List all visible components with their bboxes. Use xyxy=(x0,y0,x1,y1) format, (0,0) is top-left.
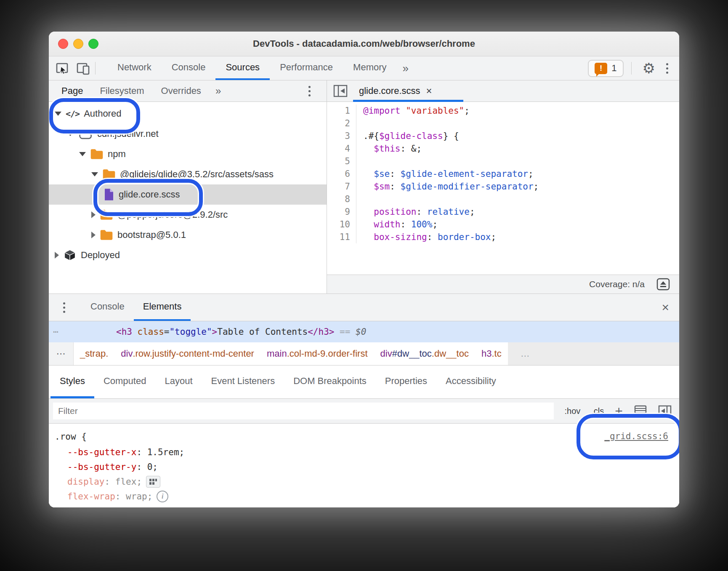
css-property-name[interactable]: --bs-gutter-y xyxy=(67,462,136,472)
editor-tab[interactable]: glide.core.scss × xyxy=(359,85,432,97)
tree-item-bootstrap-5-0-1[interactable]: bootstrap@5.0.1 xyxy=(49,225,327,245)
main-menu-kebab-icon[interactable] xyxy=(662,63,672,74)
styles-tab-dom-breakpoints[interactable]: DOM Breakpoints xyxy=(284,366,376,398)
breadcrumb-item[interactable]: _strap. xyxy=(74,342,114,365)
styles-tab-styles[interactable]: Styles xyxy=(50,366,94,398)
tree-item-glide-core-scss[interactable]: glide.core.scss xyxy=(49,184,327,205)
breadcrumb-item[interactable]: main.col-md-9.order-first xyxy=(260,342,374,365)
element-ellipsis[interactable]: ⋯ xyxy=(49,327,116,337)
panel-tab-memory[interactable]: Memory xyxy=(343,56,396,80)
sidebar-tab-filesystem[interactable]: Filesystem xyxy=(91,85,152,96)
sidebar-toggle-icon[interactable] xyxy=(658,405,672,417)
computed-styles-icon[interactable] xyxy=(634,405,647,417)
selected-element-row[interactable]: ⋯ <h3 class="toggle">Table of Contents</… xyxy=(49,321,679,342)
breadcrumb-overflow[interactable]: ⋯ xyxy=(49,342,74,365)
css-property-value[interactable]: calc(var(--bs-gutter-y) * -1) xyxy=(131,506,286,508)
tree-item-glidejs-glide-3-5-2-src-asse[interactable]: @glidejs/glide@3.5.2/src/assets/sass xyxy=(49,164,327,184)
close-tab-icon[interactable]: × xyxy=(426,85,432,97)
panel-tab-sources[interactable]: Sources xyxy=(215,56,270,80)
filter-input[interactable] xyxy=(53,403,554,419)
drawer-header: ConsoleElements × xyxy=(49,294,679,321)
line-number[interactable]: 11 xyxy=(327,231,356,243)
toggle-element-state-button[interactable]: :hov xyxy=(565,406,581,416)
info-icon[interactable] xyxy=(157,491,168,502)
folder-icon xyxy=(100,209,113,220)
close-window-button[interactable] xyxy=(58,39,68,49)
more-panels-chevron[interactable]: » xyxy=(397,56,414,80)
styles-tab-properties[interactable]: Properties xyxy=(376,366,436,398)
tree-item-deployed[interactable]: Deployed xyxy=(49,245,327,265)
css-property-name[interactable]: --bs-gutter-x xyxy=(67,447,136,457)
chevron-down-icon[interactable] xyxy=(67,132,74,136)
zoom-window-button[interactable] xyxy=(88,39,98,49)
panel-tab-performance[interactable]: Performance xyxy=(270,56,343,80)
inspect-element-icon[interactable] xyxy=(55,61,70,76)
chevron-right-icon[interactable] xyxy=(91,211,96,218)
new-style-rule-button[interactable]: + xyxy=(615,404,623,418)
tree-item-popperjs-core-2-9-2-src[interactable]: @popperjs/core@2.9.2/src xyxy=(49,205,327,225)
line-number[interactable]: 9 xyxy=(327,205,356,218)
reveal-drawer-icon[interactable] xyxy=(656,278,670,291)
breadcrumb-item[interactable]: div#dw__toc.dw__toc xyxy=(374,342,475,365)
folder-icon xyxy=(100,229,113,240)
drawer-kebab-icon[interactable] xyxy=(59,302,69,313)
code-line-content: $this: &; xyxy=(356,144,422,154)
close-drawer-icon[interactable]: × xyxy=(662,300,669,315)
line-number[interactable]: 8 xyxy=(327,193,356,205)
css-property-name[interactable]: display xyxy=(67,477,105,487)
line-number[interactable]: 7 xyxy=(327,180,356,193)
chevron-right-icon[interactable] xyxy=(91,232,96,238)
navigator-toggle-icon[interactable] xyxy=(333,83,348,99)
styles-tab-layout[interactable]: Layout xyxy=(155,366,202,398)
device-toolbar-icon[interactable] xyxy=(76,61,91,76)
sidebar-tab-page[interactable]: Page xyxy=(53,85,91,96)
chevron-down-icon[interactable] xyxy=(79,152,86,156)
settings-gear-icon[interactable]: ⚙ xyxy=(639,61,659,75)
css-declaration: flex-wrap: wrap; xyxy=(49,489,679,504)
drawer-tab-console[interactable]: Console xyxy=(81,294,134,321)
tree-item-authored[interactable]: </>Authored xyxy=(49,104,327,124)
styles-sidebar-tabs: StylesComputedLayoutEvent ListenersDOM B… xyxy=(49,366,679,399)
sidebar-tab-overrides[interactable]: Overrides xyxy=(153,85,210,96)
css-property-name[interactable]: margin-top xyxy=(67,506,120,508)
css-property-value[interactable]: flex xyxy=(115,477,137,487)
more-sidebar-tabs-chevron[interactable]: » xyxy=(210,85,227,97)
chevron-down-icon[interactable] xyxy=(55,112,61,116)
tree-item-npm[interactable]: npm xyxy=(49,144,327,164)
issues-badge[interactable]: ! 1 xyxy=(588,60,623,77)
breadcrumb-item[interactable]: div.row.justify-content-md-center xyxy=(114,342,260,365)
css-property-name[interactable]: flex-wrap xyxy=(67,491,115,502)
line-number[interactable]: 1 xyxy=(327,104,356,117)
styles-tab-accessibility[interactable]: Accessibility xyxy=(436,366,505,398)
css-source-link[interactable]: _grid.scss:6 xyxy=(604,431,668,441)
issue-bubble-icon: ! xyxy=(595,63,607,74)
sidebar-kebab-icon[interactable] xyxy=(304,86,315,96)
cloud-icon xyxy=(78,128,93,140)
breadcrumb-item[interactable]: h3.tc xyxy=(475,342,508,365)
line-number[interactable]: 3 xyxy=(327,130,356,142)
line-number[interactable]: 5 xyxy=(327,155,356,168)
panel-tab-network[interactable]: Network xyxy=(107,56,162,80)
titlebar[interactable]: DevTools - datacadamia.com/web/browser/c… xyxy=(49,32,679,56)
line-number[interactable]: 6 xyxy=(327,168,356,180)
styles-tab-computed[interactable]: Computed xyxy=(94,366,156,398)
drawer-tab-elements[interactable]: Elements xyxy=(134,294,191,321)
css-property-value[interactable]: wrap xyxy=(126,491,147,502)
panel-tab-console[interactable]: Console xyxy=(162,56,216,80)
styles-tab-event-listeners[interactable]: Event Listeners xyxy=(202,366,284,398)
css-selector[interactable]: .row xyxy=(55,432,76,442)
chevron-right-icon[interactable] xyxy=(55,252,59,259)
css-property-value[interactable]: 1.5rem xyxy=(147,447,179,457)
flex-editor-icon[interactable] xyxy=(146,476,160,488)
line-number[interactable]: 4 xyxy=(327,142,356,155)
minimize-window-button[interactable] xyxy=(73,39,83,49)
chevron-down-icon[interactable] xyxy=(91,172,98,176)
element-classes-button[interactable]: .cls xyxy=(591,406,604,416)
code-area[interactable]: 1@import "variables";23.#{$glide-class} … xyxy=(327,102,679,275)
tree-item-cdn-jsdelivr-net[interactable]: cdn.jsdelivr.net xyxy=(49,124,327,144)
line-number[interactable]: 10 xyxy=(327,218,356,231)
breadcrumb-tail[interactable]: … xyxy=(508,342,679,365)
css-property-value[interactable]: 0 xyxy=(147,462,153,472)
code-line-content: @import "variables"; xyxy=(356,106,470,116)
line-number[interactable]: 2 xyxy=(327,117,356,130)
